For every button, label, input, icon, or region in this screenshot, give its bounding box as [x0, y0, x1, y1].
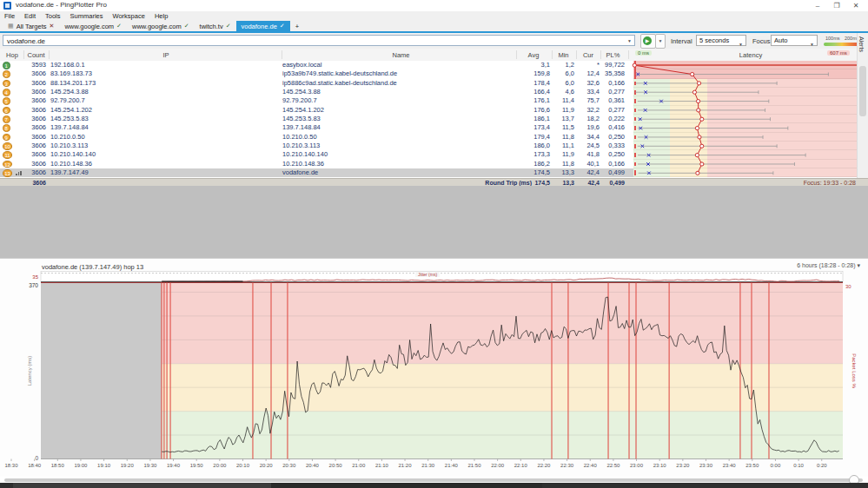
latency-graph-cell [633, 61, 857, 69]
column-header-cur[interactable]: Cur [577, 51, 600, 59]
column-header-ip[interactable]: IP [50, 51, 282, 59]
cell-count: 3606 [24, 88, 46, 96]
menu-item-help[interactable]: Help [155, 12, 168, 20]
round-trip-count: 3606 [24, 180, 46, 186]
table-row-hop-9[interactable]: 9360610.210.0.5010.210.0.50179,411,834,4… [0, 133, 857, 142]
menu-item-tools[interactable]: Tools [45, 12, 61, 20]
cell-name: easybox.local [282, 61, 321, 69]
tab-vodafone-de[interactable]: vodafone.de✓ [236, 21, 290, 31]
time-tick-label: 23:30 [699, 463, 713, 468]
minimize-button[interactable]: – [808, 0, 827, 11]
cell-cur: 32,2 [577, 106, 600, 115]
play-icon: ▶ [643, 36, 652, 45]
cell-pl: 0,250 [601, 133, 625, 142]
window-title: vodafone.de - PingPlotter Pro [16, 1, 107, 9]
column-header-name[interactable]: Name [282, 51, 520, 59]
table-row-hop-1[interactable]: 13593192.168.0.1easybox.local3,11,2*99,7… [0, 61, 857, 69]
hop-badge: 1 [3, 62, 10, 69]
focus-range-label: Focus: 19:33 - 0:28 [712, 180, 856, 186]
column-header-avg[interactable]: Avg [517, 51, 550, 59]
time-tick-label: 22:20 [537, 463, 551, 468]
interval-select[interactable]: 5 seconds ▼ [696, 35, 746, 46]
latency-graph-cell [633, 106, 857, 115]
time-tick-label: 0:20 [817, 463, 827, 468]
time-tick-label: 20:50 [329, 463, 343, 468]
cell-count: 3606 [24, 79, 46, 88]
hop-badge: 7 [3, 115, 10, 123]
table-row-hop-4[interactable]: 43606145.254.3.88145.254.3.88166,44,633,… [0, 88, 857, 96]
alerts-tab[interactable]: Alerts [858, 36, 865, 52]
table-row-hop-2[interactable]: 2360683.169.183.73ip53a9b749.static.kabe… [0, 69, 857, 78]
time-tick-label: 0:10 [793, 463, 804, 468]
cell-ip: 92.79.200.7 [50, 96, 85, 105]
tab-all-targets[interactable]: ▦All Targets✕ [3, 21, 59, 31]
close-button[interactable]: ✕ [846, 0, 865, 11]
packet-loss-max-label: 30 [845, 284, 851, 289]
column-header-count[interactable]: Count [24, 51, 48, 59]
latency-graph-cell [633, 168, 857, 177]
round-trip-avg: 174,5 [517, 180, 550, 186]
latency-graph-cell [633, 160, 857, 168]
tab-check-icon: ✓ [226, 23, 231, 30]
latency-graph-cell [633, 79, 857, 88]
interval-value: 5 seconds [699, 36, 729, 44]
start-options-dropdown[interactable]: ▼ [655, 34, 666, 49]
tab-label: www.google.com [64, 23, 114, 30]
latency-graph-cell [633, 123, 857, 132]
table-row-hop-11[interactable]: 11360610.210.140.14010.210.140.140173,31… [0, 150, 857, 159]
packet-loss-bar [634, 109, 637, 113]
table-row-hop-6[interactable]: 63606145.254.1.202145.254.1.202176,611,9… [0, 106, 857, 115]
table-row-hop-8[interactable]: 83606139.7.148.84139.7.148.84173,411,519… [0, 123, 857, 132]
cell-min: 11,8 [553, 133, 574, 142]
add-target-tab[interactable]: + [290, 21, 304, 31]
timeline-range-selector[interactable]: 6 hours (18:28 - 0:28) ▾ [721, 262, 860, 269]
table-row-hop-13[interactable]: 133606139.7.147.49vodafone.de174,513,342… [0, 168, 857, 177]
table-row-hop-10[interactable]: 10360610.210.3.11310.210.3.113186,011,12… [0, 142, 857, 150]
tab-www-google-com[interactable]: www.google.com✓ [59, 21, 127, 31]
timeline-chart[interactable]: 350 ms300 ms250 ms200 ms150 ms100 ms50 m… [0, 271, 868, 473]
time-tick-label: 22:30 [560, 463, 574, 468]
latency-graph-cell [633, 142, 857, 150]
table-row-hop-5[interactable]: 5360692.79.200.792.79.200.7176,111,475,7… [0, 96, 857, 105]
cell-avg: 186,1 [517, 115, 550, 123]
menu-item-summaries[interactable]: Summaries [70, 12, 103, 20]
table-row-hop-3[interactable]: 3360688.134.201.173ip5886c9ad.static.kab… [0, 79, 857, 88]
tab-www-google-com[interactable]: www.google.com✓ [127, 21, 195, 31]
packet-loss-bar [634, 144, 637, 148]
column-header-hop[interactable]: Hop [0, 51, 24, 59]
time-tick-label: 18:40 [28, 463, 42, 468]
interval-label: Interval [671, 37, 692, 45]
time-tick-label: 19:20 [121, 463, 135, 468]
column-header-latency[interactable]: Latency [707, 51, 794, 59]
cell-avg: 173,4 [517, 123, 550, 132]
cell-pl: 35,358 [601, 69, 625, 78]
vertical-scrollbar-thumb[interactable] [859, 66, 866, 116]
time-tick-label: 20:40 [306, 463, 320, 468]
packet-loss-bar [634, 117, 637, 121]
table-row-hop-7[interactable]: 73606145.253.5.83145.253.5.83186,113,718… [0, 115, 857, 123]
cell-avg: 186,2 [517, 160, 550, 168]
focus-select[interactable]: Auto ▼ [771, 35, 818, 46]
menu-item-file[interactable]: File [4, 12, 15, 20]
cell-name: 139.7.148.84 [282, 123, 321, 132]
menu-item-edit[interactable]: Edit [24, 12, 36, 20]
taskbar-edge [0, 483, 868, 488]
packet-loss-bar [634, 99, 637, 103]
tab-twitch-tv[interactable]: twitch.tv✓ [195, 21, 236, 31]
start-trace-button[interactable]: ▶ [640, 34, 656, 49]
column-header-pl[interactable]: PL% [601, 51, 625, 59]
menu-item-workspace[interactable]: Workspace [112, 12, 144, 20]
horizontal-scrollbar-track[interactable] [4, 478, 863, 482]
target-dropdown-arrow-icon[interactable]: ▼ [627, 38, 632, 43]
time-tick-label: 19:40 [167, 463, 181, 468]
table-row-hop-12[interactable]: 12360610.210.148.3610.210.148.36186,211,… [0, 160, 857, 168]
column-header-min[interactable]: Min [553, 51, 574, 59]
cell-name: 10.210.3.113 [282, 142, 320, 150]
close-all-targets-icon[interactable]: ✕ [50, 23, 55, 30]
target-input[interactable]: vodafone.de [3, 35, 635, 46]
cell-cur: 40,1 [577, 160, 600, 168]
cell-avg: 179,4 [517, 133, 550, 142]
cell-min: 13,7 [553, 115, 574, 123]
maximize-button[interactable]: ❐ [827, 0, 846, 11]
cell-min: 11,5 [553, 123, 574, 132]
